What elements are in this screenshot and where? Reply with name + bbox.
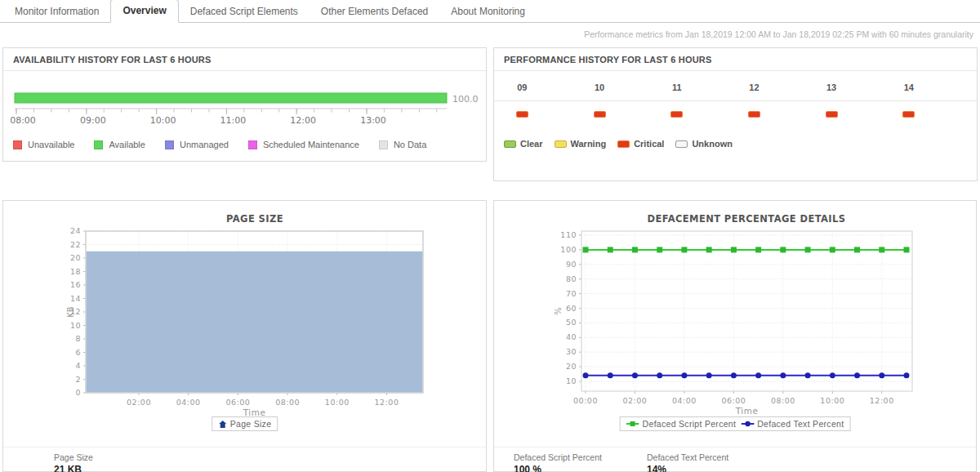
legend-label: Defaced Script Percent (643, 419, 737, 429)
page-size-stats: Page Size 21 KB (3, 447, 486, 472)
data-point[interactable] (731, 247, 737, 252)
availability-x-tick-label: 10:00 (150, 115, 176, 126)
data-point[interactable] (854, 372, 860, 378)
performance-hour-10: 10 (561, 82, 639, 100)
performance-divider (494, 100, 977, 101)
defacement-percentage-chart: DEFACEMENT PERCENTAGE DETAILS10203040506… (494, 201, 976, 439)
critical-swatch-icon (617, 140, 630, 148)
legend-item-defaced-text-percent: Defaced Text Percent (741, 419, 844, 429)
status-critical-icon[interactable] (516, 111, 528, 118)
data-point[interactable] (632, 372, 638, 378)
x-tick-label: 02:00 (623, 396, 648, 405)
data-point[interactable] (608, 247, 613, 252)
data-point[interactable] (583, 372, 589, 378)
metrics-range-text: Performance metrics from Jan 18,2019 12:… (0, 23, 980, 41)
data-point[interactable] (583, 247, 589, 252)
status-critical-icon[interactable] (826, 111, 838, 118)
tab-overview[interactable]: Overview (110, 0, 178, 23)
y-tick-label: 24 (70, 226, 81, 235)
legend-label: Warning (571, 139, 607, 149)
y-tick-label: 2 (75, 375, 81, 384)
performance-history-panel: PERFORMANCE HISTORY FOR LAST 6 HOURS 091… (493, 47, 978, 181)
x-tick-label: 12:00 (870, 396, 894, 405)
data-point[interactable] (755, 372, 761, 378)
legend-item-unmanaged: Unmanaged (165, 140, 229, 149)
scheduled-maintenance-swatch-icon (248, 140, 257, 149)
data-point[interactable] (681, 247, 687, 252)
performance-cell (638, 111, 715, 118)
data-point[interactable] (755, 247, 761, 252)
warning-swatch-icon (555, 140, 567, 148)
data-point[interactable] (731, 372, 737, 378)
data-point[interactable] (805, 247, 811, 252)
x-tick-label: 12:00 (375, 398, 399, 407)
performance-cell (715, 111, 793, 118)
y-tick-label: 20 (566, 362, 577, 371)
legend-item-warning: Warning (555, 139, 607, 149)
defaced-script-stat: Defaced Script Percent 100 % (514, 452, 647, 472)
availability-x-tick-label: 12:00 (290, 115, 316, 126)
data-point[interactable] (706, 372, 712, 378)
status-critical-icon[interactable] (902, 111, 915, 118)
x-tick-label: 04:00 (672, 396, 697, 405)
legend-label: Scheduled Maintenance (263, 140, 359, 149)
data-point[interactable] (780, 372, 786, 378)
tab-about-monitoring[interactable]: About Monitoring (439, 1, 537, 23)
performance-cell (870, 111, 947, 118)
legend-item-critical: Critical (617, 139, 664, 149)
data-point[interactable] (879, 372, 884, 378)
availability-x-tick-label: 13:00 (360, 115, 386, 126)
data-point[interactable] (879, 247, 884, 252)
data-point[interactable] (657, 247, 662, 252)
data-point[interactable] (780, 247, 786, 252)
availability-x-tick-label: 09:00 (80, 115, 106, 126)
y-tick-label: 90 (566, 260, 577, 269)
no-data-swatch-icon (379, 140, 388, 149)
y-tick-label: 50 (566, 318, 577, 327)
availability-x-tick-label: 08:00 (10, 115, 36, 126)
availability-value-label: 100.0 (452, 94, 479, 105)
y-tick-label: 10 (70, 321, 81, 330)
status-critical-icon[interactable] (670, 111, 683, 118)
data-point[interactable] (903, 247, 909, 252)
data-point[interactable] (830, 247, 835, 252)
y-tick-label: 4 (75, 361, 81, 370)
availability-panel-title: AVAILABILITY HISTORY FOR LAST 6 HOURS (3, 48, 486, 71)
y-tick-label: 70 (566, 289, 577, 298)
y-tick-label: 30 (566, 347, 577, 356)
data-point[interactable] (903, 372, 909, 378)
status-critical-icon[interactable] (594, 111, 606, 118)
tab-defaced-script-elements[interactable]: Defaced Script Elements (179, 1, 310, 23)
x-tick-label: 06:00 (721, 396, 746, 405)
legend-item-unavailable: Unavailable (13, 140, 74, 149)
data-point[interactable] (854, 247, 860, 252)
performance-hours-row: 091011121314 (483, 82, 977, 100)
data-point[interactable] (805, 372, 811, 378)
data-point[interactable] (830, 372, 835, 378)
performance-panel-title: PERFORMANCE HISTORY FOR LAST 6 HOURS (494, 48, 977, 71)
x-tick-label: 10:00 (325, 398, 350, 407)
x-tick-label: 08:00 (771, 396, 795, 405)
circle-marker-icon (741, 420, 754, 428)
page-size-area (87, 252, 423, 393)
data-point[interactable] (608, 372, 613, 378)
y-tick-label: 22 (70, 240, 81, 249)
legend-label: Defaced Text Percent (757, 419, 844, 429)
data-point[interactable] (632, 247, 638, 252)
data-point[interactable] (681, 372, 687, 378)
tab-monitor-information[interactable]: Monitor Information (3, 1, 110, 23)
data-point[interactable] (657, 372, 662, 378)
legend-label: Page Size (230, 419, 272, 429)
availability-legend: UnavailableAvailableUnmanagedScheduled M… (3, 140, 486, 149)
y-tick-label: 6 (75, 348, 81, 357)
data-point[interactable] (706, 247, 712, 252)
top-row: AVAILABILITY HISTORY FOR LAST 6 HOURS 10… (2, 47, 978, 181)
page-size-stat-value: 21 KB (54, 464, 93, 472)
legend-label: No Data (394, 140, 426, 149)
tab-other-elements-defaced[interactable]: Other Elements Defaced (310, 1, 439, 23)
status-critical-icon[interactable] (748, 111, 760, 118)
page-size-stat-label: Page Size (54, 452, 93, 462)
performance-legend: ClearWarningCriticalUnknown (494, 139, 977, 149)
y-tick-label: 20 (70, 253, 81, 262)
y-tick-label: 110 (560, 230, 577, 239)
